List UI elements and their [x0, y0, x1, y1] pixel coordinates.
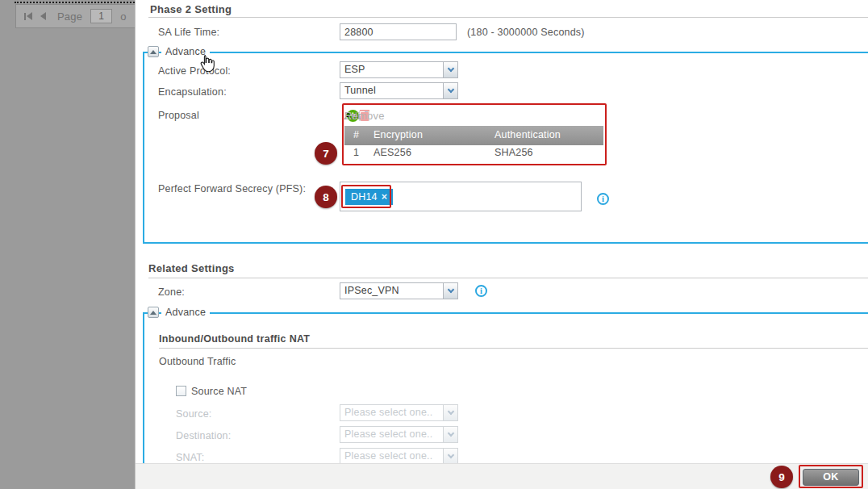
- related-settings-title: Related Settings: [148, 262, 235, 274]
- collapse-arrow-icon[interactable]: [148, 46, 159, 57]
- section-divider: [159, 348, 868, 349]
- snat-select: Please select one..: [340, 448, 458, 465]
- encapsulation-select[interactable]: Tunnel: [340, 82, 458, 99]
- page-label: Page: [57, 10, 82, 23]
- advance-group-top-border: [143, 52, 868, 53]
- active-protocol-select[interactable]: ESP: [340, 61, 458, 78]
- zone-select[interactable]: IPSec_VPN: [340, 282, 458, 299]
- destination-label: Destination:: [176, 430, 231, 441]
- section-divider: [148, 278, 868, 278]
- source-nat-checkbox[interactable]: [176, 386, 186, 396]
- background-focus-outline: [15, 2, 137, 3]
- proposal-label: Proposal: [158, 110, 199, 121]
- chevron-down-icon: [443, 282, 458, 299]
- dialog-footer: [136, 463, 868, 489]
- source-select: Please select one..: [340, 404, 458, 421]
- hand-cursor-icon: [198, 53, 216, 74]
- chevron-down-icon: [443, 61, 458, 78]
- page-number-input[interactable]: [90, 9, 112, 23]
- first-page-icon[interactable]: [24, 12, 32, 20]
- annotation-box-pfs: [341, 185, 391, 208]
- source-label: Source:: [176, 408, 211, 420]
- advance-group-bottom-border: [143, 242, 868, 244]
- section-divider: [148, 17, 868, 18]
- chevron-down-icon: [443, 82, 458, 99]
- sa-life-time-hint: (180 - 3000000 Seconds): [467, 27, 585, 38]
- chevron-down-icon: [443, 404, 458, 421]
- sa-life-time-label: SA Life Time:: [158, 27, 219, 38]
- zone-label: Zone:: [158, 286, 185, 298]
- advance2-group-top-border: [143, 312, 868, 314]
- advance-toggle-2[interactable]: Advance: [161, 307, 210, 319]
- source-nat-label: Source NAT: [191, 386, 247, 397]
- active-protocol-label: Active Protocol:: [158, 65, 231, 77]
- destination-select: Please select one..: [340, 426, 458, 443]
- chevron-down-icon: [443, 448, 458, 465]
- phase2-settings-dialog: Phase 2 Setting SA Life Time: (180 - 300…: [135, 0, 868, 489]
- phase2-section-title: Phase 2 Setting: [150, 3, 232, 15]
- sa-life-time-input[interactable]: [340, 23, 457, 40]
- annotation-step-7: 7: [315, 142, 337, 165]
- previous-page-icon[interactable]: [40, 12, 46, 20]
- annotation-box-proposal: [342, 103, 607, 165]
- nat-section-title: Inbound/Outbound traffic NAT: [159, 333, 310, 345]
- annotation-step-9: 9: [770, 466, 793, 488]
- info-icon[interactable]: i: [597, 193, 609, 205]
- collapse-arrow-icon[interactable]: [148, 307, 159, 318]
- background-pagination-toolbar: Page o: [15, 4, 137, 28]
- snat-label: SNAT:: [176, 452, 205, 463]
- info-icon[interactable]: i: [475, 285, 487, 297]
- ok-button[interactable]: OK: [803, 469, 859, 486]
- outbound-traffic-label: Outbound Traffic: [159, 356, 236, 367]
- annotation-step-8: 8: [315, 186, 337, 208]
- page-count-text: o: [120, 10, 126, 23]
- encapsulation-label: Encapsulation:: [158, 86, 227, 98]
- pfs-label: Perfect Forward Secrecy (PFS):: [158, 183, 306, 194]
- chevron-down-icon: [443, 426, 458, 443]
- advance2-group-left-border: [143, 312, 144, 463]
- advance-group-left-border: [143, 52, 144, 244]
